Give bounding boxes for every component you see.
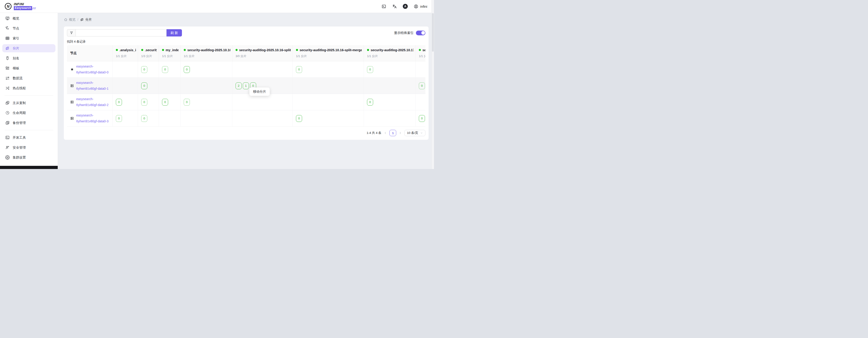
shard-cell [232,94,293,110]
brand-slashes-decoration: /// [33,7,36,10]
shards-icon [80,18,84,22]
shard-badge-dashed[interactable]: 0 [116,115,122,122]
index-column-header: secu1/1 分片 [416,45,425,61]
sidebar-item-cluster-settings[interactable]: 集群设置 [2,153,56,162]
shards-table-wrap: 节点 .analysis_ik1/1 分片.security1/3 分片my_i… [67,45,425,126]
shard-cell: 0 [138,61,159,78]
table-row: easysearch-6yhwn91v80gf-data0-200000 [67,94,425,110]
sidebar-item-hot-threads[interactable]: 热点线程 [2,84,56,92]
sidebar-item-overview[interactable]: 概览 [2,14,56,22]
shard-cell [364,78,416,94]
shard-badge-solid[interactable]: 0 [162,99,168,106]
shard-cell: 0 [181,61,232,78]
shards-table: 节点 .analysis_ik1/1 分片.security1/3 分片my_i… [67,45,425,126]
index-health-dot-icon [162,49,164,51]
brand-logo[interactable]: N INFINI Easysearch /// [4,2,36,10]
special-index-toggle[interactable] [416,31,425,35]
sidebar-item-backup[interactable]: 备份管理 [2,119,56,127]
shard-badge-solid[interactable]: 1 [243,82,249,89]
index-shard-count: 1/1 分片 [296,54,362,58]
brand-easysearch: Easysearch [14,6,32,10]
shard-badge-dashed[interactable]: 0 [162,66,168,73]
sidebar-bottom-bar [0,166,58,169]
dataflow-icon [5,76,10,80]
sidebar-item-indices[interactable]: 索引 [2,34,56,43]
shard-badge-solid[interactable]: 2 [236,82,242,89]
shard-badge-dashed[interactable]: 0 [419,82,425,89]
shard-badge-solid[interactable]: 0 [141,82,147,89]
sidebar-item-templates[interactable]: 模板 [2,64,56,72]
index-name: secu [423,48,425,52]
sidebar-item-datastream[interactable]: 数据流 [2,74,56,82]
terminal-icon [5,135,10,140]
shard-badge-solid[interactable]: 0 [296,115,302,122]
sidebar-item-label: 别名 [13,56,19,60]
sidebar-item-security[interactable]: 安全管理 [2,143,56,151]
index-column-header: .security1/3 分片 [138,45,159,61]
shard-badge-solid[interactable]: 0 [367,99,373,106]
node-link[interactable]: easysearch-6yhwn91v80gf-data0-3 [76,113,111,124]
scrollbar-thumb[interactable] [432,13,434,52]
infini-logo-icon: N [4,3,12,10]
node-cell: easysearch-6yhwn91v80gf-data0-0 [67,61,113,78]
breadcrumb-home[interactable]: 概览 [64,18,75,22]
shards-icon [5,46,10,51]
breadcrumb-home-label: 概览 [69,18,75,22]
shard-cell: 0 [113,110,138,126]
move-shard-tooltip: 移动分片 [249,87,270,96]
special-index-toggle-group: 显示特殊索引 [394,31,425,35]
index-health-dot-icon [141,49,143,51]
letter-avatar-badge[interactable]: A [403,4,408,9]
node-cell: easysearch-6yhwn91v80gf-data0-3 [67,110,113,126]
shard-badge-dashed[interactable]: 0 [141,115,147,122]
shard-cell: 0 [181,94,232,110]
shard-cell: 0 [159,61,181,78]
next-page-icon[interactable] [399,132,402,135]
filter-input[interactable] [75,29,166,36]
sidebar-item-label: 热点线程 [13,86,26,90]
node-cell: easysearch-6yhwn91v80gf-data0-1 [67,78,113,94]
sidebar-item-dev-tools[interactable]: 开发工具 [2,134,56,142]
page-size-value: 10 条/页 [407,131,418,135]
language-switch-icon[interactable] [392,4,397,9]
page-scrollbar[interactable] [432,0,434,169]
index-name: my_index [166,48,179,52]
sidebar-item-alias[interactable]: 别名 [2,54,56,62]
shard-badge-dashed[interactable]: 0 [296,66,302,73]
shard-cell: 0 [364,94,416,110]
breadcrumb-current: 分片 [80,18,92,22]
shard-badge-solid[interactable]: 0 [184,66,190,73]
nodes-icon [5,26,10,31]
filter-group: 刷 新 [67,29,182,36]
prev-page-icon[interactable] [384,132,387,135]
table-row: easysearch-6yhwn91v80gf-data0-000000 [67,61,425,78]
shard-badge-dashed[interactable]: 0 [141,99,147,106]
shard-cell: 0 [159,94,181,110]
shard-badge-solid[interactable]: 0 [116,99,122,106]
special-index-toggle-label: 显示特殊索引 [394,31,414,35]
shard-badge-dashed[interactable]: 0 [141,66,147,73]
node-link[interactable]: easysearch-6yhwn91v80gf-data0-2 [76,96,111,108]
node-link[interactable]: easysearch-6yhwn91v80gf-data0-0 [76,64,111,75]
index-shard-count: 1/1 分片 [116,54,136,58]
refresh-button[interactable]: 刷 新 [166,29,182,36]
index-shard-count: 1/1 分片 [419,54,425,58]
sidebar-item-replication[interactable]: 主从复制 [2,99,56,107]
shard-cell [181,78,232,94]
shard-badge-dashed[interactable]: 0 [367,66,373,73]
console-icon[interactable] [381,4,386,9]
tag-icon [5,56,10,60]
sidebar-item-shards[interactable]: 分片 [2,44,56,52]
page-number-button[interactable]: 1 [390,130,396,136]
shard-badge-solid[interactable]: 0 [419,115,425,122]
sidebar-item-lifecycle[interactable]: 生命周期 [2,109,56,117]
index-name: .analysis_ik [120,48,136,52]
index-name: .security [145,48,157,52]
shard-badge-dashed[interactable]: 0 [184,99,190,106]
shard-cell: 0 [293,110,364,126]
page-size-select[interactable]: 10 条/页 [404,130,425,136]
user-menu[interactable]: infini [414,4,427,9]
node-link[interactable]: easysearch-6yhwn91v80gf-data0-1 [76,80,111,91]
data-node-server-icon [70,84,74,88]
sidebar-item-nodes[interactable]: 节点 [2,24,56,32]
